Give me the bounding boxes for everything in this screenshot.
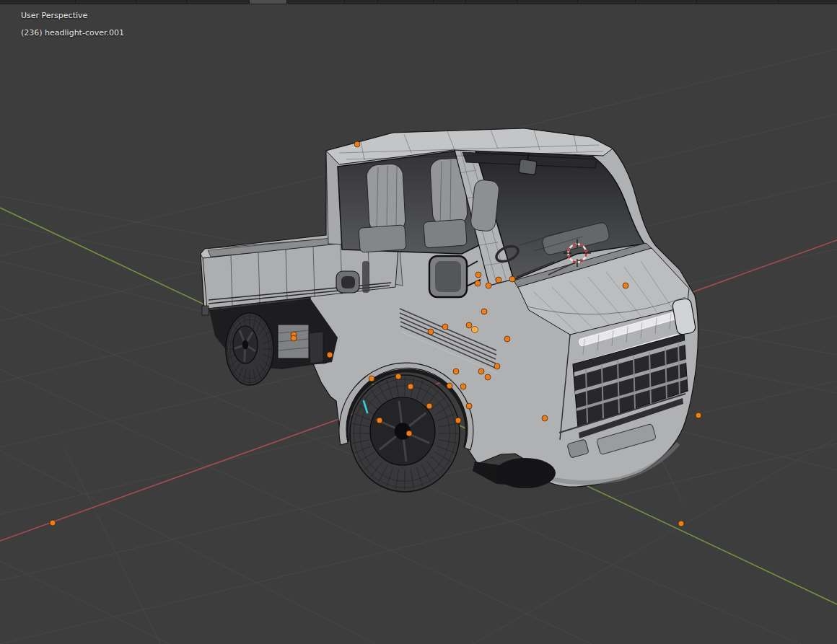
object-origin-dot[interactable] <box>509 276 515 282</box>
grid-line <box>0 561 170 644</box>
grid-line <box>0 451 375 644</box>
topbar-tab-separator <box>635 0 636 4</box>
object-origin-dot[interactable] <box>678 521 684 526</box>
topbar-tab-separator <box>377 0 378 4</box>
object-origin-dot[interactable] <box>442 324 448 330</box>
object-origin-dot[interactable] <box>327 352 333 358</box>
object-origin-dot[interactable] <box>395 374 401 379</box>
object-origin-dot[interactable] <box>494 363 500 369</box>
topbar-tab-separator <box>577 0 578 4</box>
object-origin-dot[interactable] <box>428 329 434 335</box>
blender-window: User Perspective (236) headlight-cover.0… <box>0 0 837 644</box>
object-origin-dot[interactable] <box>50 520 56 526</box>
topbar-tab-separator <box>286 0 287 4</box>
object-origin-dot[interactable] <box>466 322 472 328</box>
object-origin-dot[interactable] <box>466 403 472 409</box>
object-origin-dot[interactable] <box>475 281 481 286</box>
object-origin-dot[interactable] <box>486 283 491 288</box>
object-origin-dot[interactable] <box>455 418 461 423</box>
topbar-tab-separator <box>136 0 136 4</box>
object-origin-dot[interactable] <box>291 335 297 341</box>
topbar-active-tab[interactable] <box>249 0 286 4</box>
active-object-origin-dot[interactable] <box>472 327 478 333</box>
object-origin-dot[interactable] <box>354 141 360 147</box>
topbar-tab-separator <box>517 0 517 4</box>
object-origin-dot[interactable] <box>460 384 466 389</box>
topbar-tab-separator <box>249 0 250 4</box>
grid-line <box>65 449 160 644</box>
topbar-tab-separator <box>778 0 779 4</box>
topbar-tab-separator <box>186 0 187 4</box>
object-origin-dot[interactable] <box>377 418 382 423</box>
object-origin-dot[interactable] <box>478 369 484 374</box>
object-origin-dot[interactable] <box>406 431 412 436</box>
object-origin-dot[interactable] <box>485 374 491 380</box>
object-origin-dot[interactable] <box>447 383 452 389</box>
object-origin-dot[interactable] <box>623 283 628 288</box>
rear-wheel[interactable] <box>226 313 273 385</box>
topbar-tab-separator <box>696 0 697 4</box>
object-origin-dot[interactable] <box>426 403 432 409</box>
view-name-label: User Perspective <box>21 7 124 25</box>
topbar-strip[interactable] <box>0 0 837 4</box>
object-origin-dot[interactable] <box>481 309 487 314</box>
object-origin-dot[interactable] <box>408 384 413 389</box>
topbar-tab-separator <box>465 0 466 4</box>
active-object-label: (236) headlight-cover.001 <box>21 25 124 42</box>
object-origin-dot[interactable] <box>496 277 501 283</box>
object-origin-dot[interactable] <box>542 415 548 421</box>
object-origin-dot[interactable] <box>369 376 374 381</box>
topbar-tab-separator <box>75 0 76 4</box>
viewport-3d[interactable] <box>0 0 837 644</box>
object-origin-dot[interactable] <box>453 369 459 374</box>
object-origin-dot[interactable] <box>476 272 481 278</box>
object-origin-dot[interactable] <box>504 336 510 342</box>
viewport-overlay-text: User Perspective (236) headlight-cover.0… <box>21 7 124 42</box>
topbar-tab-separator <box>344 0 345 4</box>
topbar-tab-separator <box>433 0 434 4</box>
object-origin-dot[interactable] <box>696 413 701 418</box>
front-wheel[interactable] <box>350 375 460 492</box>
